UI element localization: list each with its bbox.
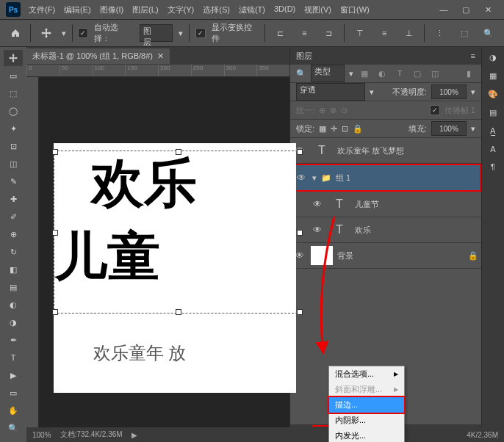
text-tool[interactable]: T — [4, 349, 23, 366]
fx-menu-item[interactable]: 内阴影... — [329, 413, 404, 428]
lock-artboard-icon[interactable]: ⊡ — [342, 124, 348, 134]
layer-name[interactable]: 儿童节 — [355, 199, 478, 210]
color-panel-icon[interactable]: ◑ — [489, 53, 497, 62]
layer-row[interactable]: 👁背景🔒 — [290, 243, 481, 269]
crop-tool[interactable]: ⊡ — [4, 138, 23, 154]
ruler-vertical[interactable] — [26, 77, 39, 442]
blend-mode-dropdown[interactable]: 穿透 — [296, 83, 365, 101]
home-icon[interactable] — [6, 23, 24, 43]
layer-name[interactable]: 欢乐童年 放飞梦想 — [337, 145, 478, 156]
hand-tool[interactable]: ✋ — [4, 402, 23, 419]
filter-kind-dropdown[interactable]: 类型 — [311, 65, 345, 82]
layer-row[interactable]: 👁T儿童节 — [290, 192, 481, 217]
path-select-tool[interactable]: ▶ — [4, 367, 23, 383]
brush-tool[interactable]: ✐ — [4, 209, 23, 225]
menu-窗口(W)[interactable]: 窗口(W) — [336, 3, 373, 17]
zoom-level[interactable]: 100% — [32, 431, 51, 439]
menu-图像(I)[interactable]: 图像(I) — [96, 3, 127, 17]
rectangle-tool[interactable]: ▭ — [4, 385, 23, 401]
layer-row[interactable]: 👁T欢乐童年 放飞梦想 — [290, 138, 481, 164]
gradient-tool[interactable]: ▤ — [4, 279, 23, 295]
auto-select-checkbox[interactable] — [78, 28, 88, 38]
align-center-h-icon[interactable]: ≡ — [295, 23, 314, 43]
move-tool[interactable] — [4, 50, 23, 66]
adjustments-panel-icon[interactable]: ▤ — [489, 108, 497, 117]
blur-tool[interactable]: ◐ — [4, 297, 23, 313]
eyedropper-tool[interactable]: ✎ — [4, 173, 23, 189]
quick-select-tool[interactable]: ✦ — [4, 120, 23, 137]
filter-toggle[interactable]: ▮ — [462, 67, 475, 80]
menu-文字(Y)[interactable]: 文字(Y) — [164, 3, 198, 17]
close-button[interactable]: ✕ — [478, 2, 498, 17]
menu-3D(D)[interactable]: 3D(D) — [270, 3, 299, 17]
paragraph-panel-icon[interactable]: ¶ — [491, 162, 495, 171]
healing-tool[interactable]: ✚ — [4, 191, 23, 207]
propagate-checkbox[interactable] — [430, 105, 440, 115]
align-top-icon[interactable]: ⊤ — [350, 23, 369, 43]
menu-文件(F)[interactable]: 文件(F) — [25, 3, 59, 17]
fx-menu-item[interactable]: 描边... — [328, 396, 406, 414]
eraser-tool[interactable]: ◧ — [4, 261, 23, 278]
3d-mode-icon[interactable]: ⬚ — [455, 23, 473, 43]
filter-smart-icon[interactable]: ◫ — [428, 67, 442, 80]
align-bottom-icon[interactable]: ⊥ — [400, 23, 418, 43]
search-icon[interactable]: 🔍 — [296, 69, 306, 79]
fx-menu-item[interactable]: 内发光... — [329, 428, 404, 442]
visibility-icon[interactable]: 👁 — [311, 199, 324, 209]
maximize-button[interactable]: ▢ — [456, 2, 476, 17]
visibility-icon[interactable]: 👁 — [311, 225, 324, 235]
document-tab[interactable]: 未标题-1 @ 100% (组 1, RGB/8#) ✕ — [26, 48, 170, 64]
lasso-tool[interactable]: ◯ — [4, 103, 23, 119]
transform-box[interactable]: 欢乐 儿童 — [54, 151, 301, 314]
layer-name[interactable]: 欢乐 — [355, 225, 478, 236]
glyphs-panel-icon[interactable]: A̲ — [490, 126, 496, 136]
menu-选择(S)[interactable]: 选择(S) — [199, 3, 234, 17]
move-tool-icon[interactable] — [37, 23, 55, 43]
lock-pixels-icon[interactable]: ▦ — [319, 124, 326, 134]
filter-pixel-icon[interactable]: ▦ — [358, 67, 371, 80]
dodge-tool[interactable]: ◑ — [4, 314, 23, 330]
align-right-icon[interactable]: ⊐ — [320, 23, 338, 43]
minimize-button[interactable]: — — [433, 2, 454, 17]
unify-position-icon[interactable]: ⊕ — [319, 106, 325, 115]
close-tab-icon[interactable]: ✕ — [157, 51, 164, 61]
libraries-panel-icon[interactable]: 🎨 — [488, 90, 498, 99]
swatches-panel-icon[interactable]: ▦ — [489, 71, 497, 81]
fill-value[interactable]: 100% — [431, 121, 467, 136]
unify-style-icon[interactable]: ⊙ — [341, 106, 348, 115]
layer-name[interactable]: 组 1 — [336, 173, 477, 184]
artboard-tool[interactable]: ▭ — [4, 68, 23, 84]
canvas[interactable]: 欢乐 儿童 欢乐童年 放 — [39, 77, 289, 442]
zoom-tool[interactable]: 🔍 — [4, 420, 23, 436]
frame-tool[interactable]: ◫ — [4, 156, 23, 172]
filter-shape-icon[interactable]: ▢ — [411, 67, 424, 80]
pen-tool[interactable]: ✒ — [4, 332, 23, 348]
layer-name[interactable]: 背景 — [337, 250, 464, 261]
layer-row[interactable]: 👁▾📁组 1 — [290, 164, 481, 192]
lock-icon[interactable]: 🔒 — [468, 251, 478, 261]
marquee-tool[interactable]: ⬚ — [4, 85, 23, 101]
ruler-horizontal[interactable]: 050100150200250300350 — [26, 65, 289, 77]
align-left-icon[interactable]: ⊏ — [271, 23, 289, 43]
character-panel-icon[interactable]: A — [490, 145, 495, 153]
filter-text-icon[interactable]: T — [393, 67, 406, 80]
search-icon[interactable]: 🔍 — [480, 23, 498, 43]
menu-编辑(E)[interactable]: 编辑(E) — [60, 3, 95, 17]
stamp-tool[interactable]: ⊕ — [4, 226, 23, 242]
distribute-icon[interactable]: ⋮ — [431, 23, 449, 43]
lock-all-icon[interactable]: 🔒 — [353, 124, 363, 134]
history-brush-tool[interactable]: ↻ — [4, 244, 23, 260]
menu-图层(L)[interactable]: 图层(L) — [129, 3, 162, 17]
align-middle-icon[interactable]: ≡ — [375, 23, 394, 43]
lock-position-icon[interactable]: ✛ — [331, 124, 337, 134]
show-transform-checkbox[interactable] — [195, 28, 206, 38]
unify-visibility-icon[interactable]: ⊗ — [330, 106, 336, 115]
menu-滤镜(T)[interactable]: 滤镜(T) — [235, 3, 269, 17]
panel-menu-icon[interactable]: ≡ — [471, 51, 475, 60]
opacity-value[interactable]: 100% — [431, 84, 467, 99]
menu-视图(V)[interactable]: 视图(V) — [300, 3, 335, 17]
fx-menu-item[interactable]: 混合选项...▶ — [329, 366, 404, 382]
layer-row[interactable]: 👁T欢乐 — [290, 217, 481, 243]
auto-select-dropdown[interactable]: 图层 — [140, 24, 173, 42]
filter-adjust-icon[interactable]: ◐ — [375, 67, 389, 80]
